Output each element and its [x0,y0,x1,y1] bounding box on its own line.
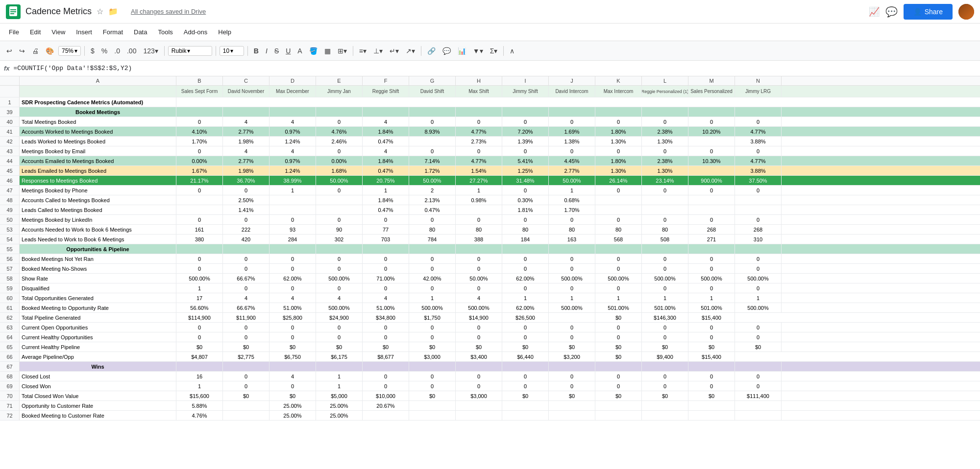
data-cell[interactable]: 0 [316,186,363,195]
data-cell[interactable]: $0 [595,342,642,352]
data-cell[interactable]: 7.20% [502,127,549,136]
paint-format-button[interactable]: 🎨 [43,45,56,57]
data-cell[interactable]: 0 [176,117,223,126]
data-cell[interactable] [502,411,549,420]
data-cell[interactable]: 27.27% [456,176,502,185]
data-cell[interactable]: 500.00% [176,274,223,283]
data-cell[interactable]: 0 [549,146,595,156]
redo-button[interactable]: ↪ [17,45,27,57]
data-cell[interactable]: 66.67% [223,274,270,283]
data-cell[interactable]: 2.77% [223,156,270,165]
rotate-button[interactable]: ↗▾ [403,45,417,57]
row-label[interactable]: Booked Meetings [20,107,176,117]
data-cell[interactable]: $0 [223,391,270,400]
data-cell[interactable]: 0 [502,215,549,224]
data-cell[interactable]: 0.97% [270,156,316,165]
data-cell[interactable]: 0 [595,117,642,126]
data-cell[interactable]: 0.97% [270,127,316,136]
data-cell[interactable]: 0 [688,146,735,156]
col-header-b[interactable]: B [176,76,223,85]
data-cell[interactable]: $24,900 [316,313,363,322]
data-cell[interactable]: 4 [363,117,409,126]
data-cell[interactable] [363,244,409,254]
data-cell[interactable]: $26,500 [502,313,549,322]
data-cell[interactable]: 0 [316,264,363,273]
data-cell[interactable]: 31.48% [502,176,549,185]
data-cell[interactable]: 0 [316,323,363,332]
data-cell[interactable]: 80 [502,225,549,234]
currency-button[interactable]: $ [88,45,97,57]
data-cell[interactable]: 0 [363,372,409,381]
data-cell[interactable]: 784 [409,234,456,244]
data-cell[interactable]: 1 [595,293,642,303]
col-header-h[interactable]: H [456,76,502,85]
data-cell[interactable]: 0 [176,186,223,195]
data-cell[interactable] [270,205,316,214]
data-cell[interactable]: 0 [456,215,502,224]
data-cell[interactable]: 0 [595,323,642,332]
row-label[interactable]: Current Healthy Opportunities [20,332,176,342]
link-button[interactable]: 🔗 [425,45,438,57]
data-cell[interactable]: 51.00% [363,303,409,312]
data-cell[interactable]: 25.00% [316,411,363,420]
filter-button[interactable]: ▼▾ [470,45,486,57]
text-color-button[interactable]: A [295,45,304,57]
data-cell[interactable]: 0 [223,283,270,293]
data-cell[interactable]: 0 [549,323,595,332]
data-cell[interactable]: 50.00% [456,274,502,283]
row-label[interactable]: Average Pipeline/Opp [20,352,176,361]
data-cell[interactable]: 703 [363,234,409,244]
data-cell[interactable]: 0.47% [363,205,409,214]
data-cell[interactable] [176,205,223,214]
data-cell[interactable] [735,195,782,205]
data-cell[interactable] [363,362,409,371]
data-cell[interactable]: 508 [642,234,688,244]
data-cell[interactable]: $25,800 [270,313,316,322]
data-cell[interactable]: $34,800 [363,313,409,322]
data-cell[interactable]: 0 [270,264,316,273]
data-cell[interactable] [409,107,456,117]
data-cell[interactable]: 62.00% [502,303,549,312]
row-label[interactable]: Disqualified [20,283,176,293]
data-cell[interactable]: 0 [456,146,502,156]
data-cell[interactable]: 1.39% [502,137,549,146]
row-label[interactable]: Current Healthy Pipeline [20,342,176,352]
data-cell[interactable]: 0 [176,215,223,224]
bold-button[interactable]: B [251,45,261,57]
data-cell[interactable]: $3,000 [409,352,456,361]
row-label[interactable]: Show Rate [20,274,176,283]
row-label[interactable]: Leads Worked to Meetings Booked [20,137,176,146]
data-cell[interactable]: 0 [176,332,223,342]
data-cell[interactable]: 0 [456,323,502,332]
data-cell[interactable] [176,195,223,205]
data-cell[interactable]: 1.81% [502,205,549,214]
data-cell[interactable]: 1.30% [595,166,642,175]
data-cell[interactable]: $14,900 [456,313,502,322]
data-cell[interactable]: 3.88% [735,166,782,175]
row-label[interactable]: Opportunities & Pipeline [20,244,176,254]
data-cell[interactable]: 0 [502,254,549,263]
percent-button[interactable]: % [99,45,110,57]
data-cell[interactable]: 0 [595,264,642,273]
data-cell[interactable]: 0 [735,215,782,224]
data-cell[interactable]: 0 [735,254,782,263]
data-cell[interactable]: 5.88% [176,401,223,410]
data-cell[interactable]: 0.00% [176,156,223,165]
data-cell[interactable] [223,411,270,420]
merge-button[interactable]: ⊞▾ [335,45,349,57]
data-cell[interactable]: $0 [549,391,595,400]
data-cell[interactable]: 38.99% [270,176,316,185]
data-cell[interactable]: 0 [688,283,735,293]
data-cell[interactable]: 26.14% [595,176,642,185]
data-cell[interactable]: 4 [270,293,316,303]
data-cell[interactable]: 0 [595,146,642,156]
data-cell[interactable]: 1.30% [595,137,642,146]
data-cell[interactable] [270,107,316,117]
data-cell[interactable]: $0 [270,391,316,400]
data-cell[interactable]: 0 [270,254,316,263]
print-button[interactable]: 🖨 [29,45,41,57]
data-cell[interactable]: 0 [270,332,316,342]
data-cell[interactable] [549,411,595,420]
data-cell[interactable]: 1.72% [409,166,456,175]
data-cell[interactable]: 2.38% [642,156,688,165]
